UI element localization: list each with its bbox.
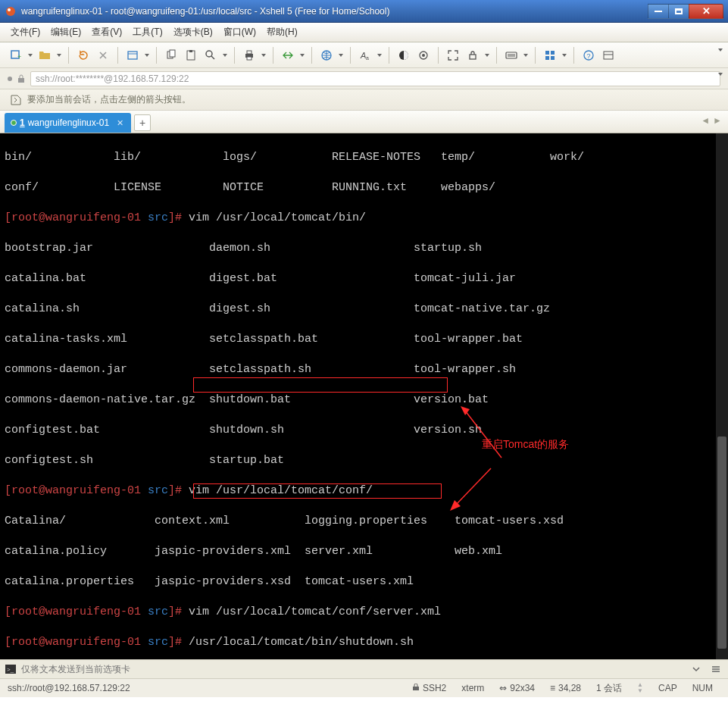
maximize-button[interactable] [668,4,689,19]
terminal-scrollbar[interactable] [716,133,728,659]
properties-icon[interactable] [124,47,141,64]
svg-rect-21 [470,55,476,59]
close-button[interactable]: ✕ [689,4,723,19]
tile-icon[interactable] [542,47,558,64]
lock-small-icon [17,74,26,83]
svg-point-0 [6,7,15,16]
disconnect-icon[interactable] [95,47,111,64]
add-session-marker-icon [11,95,21,105]
fullscreen-icon[interactable] [445,47,461,64]
menu-window[interactable]: 窗口(W) [223,26,256,39]
search-dropdown[interactable] [222,54,228,57]
annotation-box-shutdown [193,377,448,393]
menu-view[interactable]: 查看(V) [92,26,122,39]
session-tab[interactable]: 1 wangruifenglinux-01 ✕ [5,113,131,133]
menu-file[interactable]: 文件(F) [11,26,40,39]
menu-tabs[interactable]: 选项卡(B) [173,26,213,39]
svg-text:a: a [366,55,369,61]
status-protocol: SSH2 [423,683,446,693]
svg-rect-13 [247,51,252,54]
menubar: 文件(F) 编辑(E) 查看(V) 工具(T) 选项卡(B) 窗口(W) 帮助(… [0,23,728,42]
paste-icon[interactable] [183,47,199,64]
svg-point-10 [206,51,212,57]
tab-next-icon[interactable]: ► [713,115,722,126]
svg-rect-4 [128,52,137,59]
keyboard-dropdown[interactable] [523,54,529,57]
svg-rect-9 [189,50,192,52]
reconnect-icon[interactable] [75,47,92,64]
new-session-dropdown[interactable] [27,54,33,57]
status-num: NUM [692,683,713,693]
open-folder-icon[interactable] [36,47,53,64]
cursor-icon: ≡ [550,683,555,693]
font-dropdown[interactable] [376,54,383,57]
annotation-arrow2-icon [436,450,495,516]
xftp-dropdown[interactable] [299,54,305,57]
font-icon[interactable]: Aa [357,47,373,64]
globe-icon[interactable] [318,47,335,64]
svg-point-1 [8,8,11,11]
window-title: wangruifenglinux-01 - root@wangruifeng-0… [21,6,648,17]
address-overflow[interactable] [717,73,723,76]
svg-text:+: + [17,53,21,61]
svg-rect-22 [506,52,517,58]
address-input[interactable]: ssh://root:********@192.168.57.129:22 [30,71,720,86]
tile-dropdown[interactable] [561,54,567,57]
tab-prev-icon[interactable]: ◄ [701,115,710,126]
help-icon[interactable]: ? [580,47,597,64]
traffic-icon: ▲▼ [637,682,643,694]
properties-dropdown[interactable] [144,54,150,57]
svg-line-11 [211,56,214,59]
search-icon[interactable] [202,47,219,64]
lock-icon[interactable] [464,47,481,64]
terminal-output[interactable]: bin/ lib/ logs/ RELEASE-NOTES temp/ work… [0,133,728,659]
annotation-text: 重启Tomcat的服务 [482,436,569,452]
status-cursor: 34,28 [558,683,581,693]
lock-dropdown[interactable] [484,54,490,57]
tab-index: 1 [20,117,25,128]
terminal-icon: >_ [5,663,17,675]
globe-dropdown[interactable] [338,54,344,57]
tab-close-icon[interactable]: ✕ [117,118,123,128]
menu-tools[interactable]: 工具(T) [133,26,162,39]
menu-edit[interactable]: 编辑(E) [51,26,81,39]
color-scheme-icon[interactable] [395,47,412,64]
svg-rect-14 [247,57,252,60]
compose-menu-icon[interactable] [708,662,723,677]
open-folder-dropdown[interactable] [56,54,62,57]
svg-rect-7 [170,50,175,57]
svg-line-36 [455,468,491,506]
tab-add-button[interactable]: + [134,114,151,131]
address-bar: ssh://root:********@192.168.57.129:22 [0,68,728,89]
tab-label: wangruifenglinux-01 [28,117,109,128]
highlight-icon[interactable] [415,47,432,64]
svg-point-20 [422,54,425,57]
compose-dropdown-icon[interactable] [689,662,704,677]
minimize-button[interactable] [648,4,669,19]
copy-icon[interactable] [163,47,180,64]
status-connection: ssh://root@192.168.57.129:22 [8,683,405,693]
status-bar: ssh://root@192.168.57.129:22 SSH2 xterm … [0,679,728,697]
compose-bar: >_ [0,659,728,679]
xftp-icon[interactable] [280,47,296,64]
tab-status-dot-icon [11,120,17,126]
toolbar-overflow[interactable] [717,48,723,52]
scrollbar-thumb[interactable] [717,436,726,649]
svg-rect-28 [551,56,555,60]
status-size: 92x34 [510,683,535,693]
status-cap: CAP [658,683,677,693]
svg-rect-25 [545,51,549,55]
keyboard-icon[interactable] [503,47,520,64]
new-session-icon[interactable]: + [8,47,24,64]
svg-rect-26 [551,51,555,55]
print-icon[interactable] [241,47,258,64]
svg-text:?: ? [587,52,591,60]
app-icon [5,5,17,17]
hint-bar: 要添加当前会话，点击左侧的箭头按钮。 [0,89,728,111]
menu-help[interactable]: 帮助(H) [267,26,298,39]
status-sessions: 1 会话 [596,682,622,695]
compose-bar-icon[interactable] [600,47,617,64]
svg-rect-43 [413,687,419,690]
print-dropdown[interactable] [261,54,267,57]
compose-input[interactable] [21,664,684,674]
